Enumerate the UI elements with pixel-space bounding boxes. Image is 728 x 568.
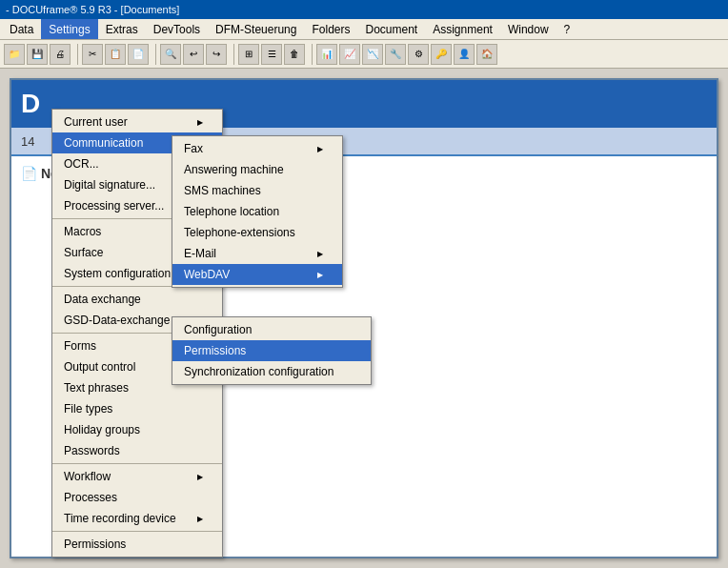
menu-bar: Data Settings Extras DevTools DFM-Steuer… (0, 19, 728, 40)
toolbar-btn-11[interactable]: ☰ (261, 44, 282, 65)
toolbar-sep-3 (231, 44, 234, 65)
toolbar-sep-1 (74, 44, 78, 65)
menu-item-file-types[interactable]: File types (52, 398, 222, 419)
menu-help[interactable]: ? (556, 19, 578, 39)
menu-item-email[interactable]: E-Mail ▶ (172, 243, 342, 264)
menu-item-telephone-extensions[interactable]: Telephone-extensions (172, 222, 342, 243)
menu-document[interactable]: Document (357, 19, 425, 39)
menu-folders[interactable]: Folders (304, 19, 357, 39)
menu-item-webdav-sync-configuration[interactable]: Synchronization configuration (172, 361, 371, 382)
communication-dropdown: Fax ▶ Answering machine SMS machines Tel… (172, 135, 343, 288)
arrow-icon: ▶ (317, 250, 323, 258)
menu-item-current-user[interactable]: Current user ▶ (52, 112, 222, 132)
toolbar-btn-5[interactable]: 📋 (105, 44, 126, 65)
menu-item-webdav-configuration[interactable]: Configuration (172, 319, 371, 340)
arrow-icon: ▶ (197, 118, 203, 127)
webdav-dropdown: Configuration Permissions Synchronizatio… (172, 316, 372, 385)
toolbar-btn-14[interactable]: 📈 (339, 44, 360, 65)
menu-item-webdav[interactable]: WebDAV ▶ (172, 264, 342, 285)
menu-item-answering-machine[interactable]: Answering machine (172, 159, 342, 180)
menu-item-telephone-location[interactable]: Telephone location (172, 201, 342, 222)
doc-date: 14 (21, 134, 34, 149)
arrow-icon: ▶ (317, 145, 323, 153)
toolbar-btn-18[interactable]: 🔑 (431, 44, 452, 65)
toolbar-btn-17[interactable]: ⚙ (408, 44, 429, 65)
menu-window[interactable]: Window (500, 19, 556, 39)
toolbar-btn-20[interactable]: 🏠 (476, 44, 497, 65)
menu-data[interactable]: Data (2, 19, 41, 39)
toolbar-btn-12[interactable]: 🗑 (284, 44, 305, 65)
menu-extras[interactable]: Extras (98, 19, 146, 39)
menu-item-processes[interactable]: Processes (52, 487, 222, 508)
menu-item-permissions[interactable]: Permissions (52, 534, 222, 555)
title-text: - DOCUframe® 5.9 R3 - [Documents] (6, 4, 179, 15)
toolbar-btn-9[interactable]: ↪ (206, 44, 227, 65)
toolbar-btn-2[interactable]: 💾 (27, 44, 48, 65)
main-content: D 14 📄 Ne Current user ▶ Communication ▶ (0, 69, 728, 568)
doc-body-icon: 📄 (21, 166, 37, 181)
toolbar-btn-8[interactable]: ↩ (183, 44, 204, 65)
arrow-icon: ▶ (197, 515, 203, 523)
toolbar-btn-15[interactable]: 📉 (362, 44, 383, 65)
toolbar-btn-3[interactable]: 🖨 (50, 44, 71, 65)
menu-item-holiday-groups[interactable]: Holiday groups (52, 419, 222, 440)
toolbar-btn-19[interactable]: 👤 (454, 44, 475, 65)
arrow-icon: ▶ (197, 473, 203, 481)
menu-devtools[interactable]: DevTools (146, 19, 208, 39)
separator (52, 463, 222, 464)
toolbar-btn-7[interactable]: 🔍 (160, 44, 181, 65)
toolbar-btn-1[interactable]: 📁 (4, 44, 25, 65)
title-bar: - DOCUframe® 5.9 R3 - [Documents] (0, 0, 728, 19)
menu-item-data-exchange[interactable]: Data exchange (52, 289, 222, 310)
toolbar-btn-13[interactable]: 📊 (316, 44, 337, 65)
menu-item-passwords[interactable]: Passwords (52, 440, 222, 461)
menu-assignment[interactable]: Assignment (425, 19, 500, 39)
separator (52, 531, 222, 532)
menu-settings[interactable]: Settings (41, 19, 97, 39)
toolbar-btn-4[interactable]: ✂ (82, 44, 103, 65)
toolbar-sep-2 (152, 44, 156, 65)
menu-item-sms-machines[interactable]: SMS machines (172, 180, 342, 201)
menu-item-fax[interactable]: Fax ▶ (172, 138, 342, 159)
toolbar: 📁 💾 🖨 ✂ 📋 📄 🔍 ↩ ↪ ⊞ ☰ 🗑 📊 📈 📉 🔧 ⚙ 🔑 👤 🏠 (0, 40, 728, 69)
menu-item-time-recording[interactable]: Time recording device ▶ (52, 508, 222, 529)
doc-title-letter: D (21, 89, 40, 119)
menu-item-webdav-permissions[interactable]: Permissions (172, 340, 371, 361)
menu-item-workflow[interactable]: Workflow ▶ (52, 466, 222, 487)
arrow-icon: ▶ (317, 271, 323, 279)
toolbar-btn-10[interactable]: ⊞ (238, 44, 259, 65)
menu-dfm[interactable]: DFM-Steuerung (208, 19, 304, 39)
toolbar-sep-4 (309, 44, 313, 65)
toolbar-btn-16[interactable]: 🔧 (385, 44, 406, 65)
toolbar-btn-6[interactable]: 📄 (128, 44, 149, 65)
